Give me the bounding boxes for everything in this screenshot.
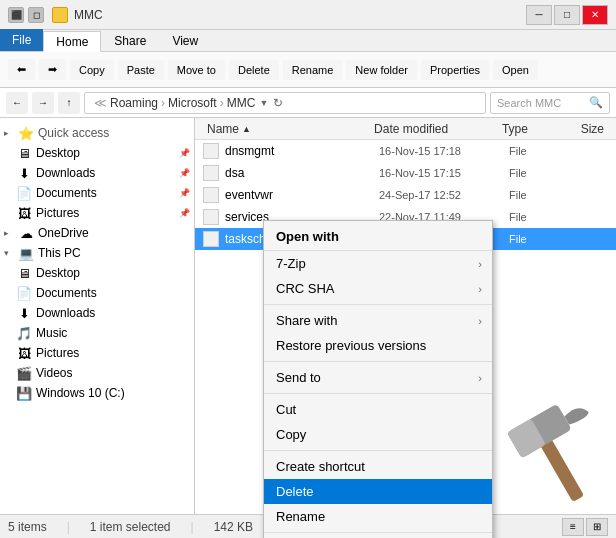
- view-tiles-button[interactable]: ⊞: [586, 518, 608, 536]
- ribbon-btn-properties[interactable]: Properties: [421, 60, 489, 80]
- refresh-button[interactable]: ↻: [268, 93, 288, 113]
- cm-item-createshortcut[interactable]: Create shortcut: [264, 454, 492, 479]
- cm-item-crcsha[interactable]: CRC SHA ›: [264, 276, 492, 301]
- status-sep-2: |: [191, 520, 194, 534]
- sidebar-item-thispc[interactable]: ▾ 💻 This PC: [0, 243, 194, 263]
- window-controls: ─ □ ✕: [526, 5, 608, 25]
- cm-label-copy: Copy: [276, 427, 480, 442]
- title-bar-icons: ⬛ ◻: [8, 7, 44, 23]
- cm-label-restore: Restore previous versions: [276, 338, 480, 353]
- cm-sep-2: [264, 361, 492, 362]
- cm-label-cut: Cut: [276, 402, 480, 417]
- up-button[interactable]: ↑: [58, 92, 80, 114]
- drive-icon: 💾: [16, 385, 32, 401]
- addr-sep-1: ›: [161, 96, 165, 110]
- status-selected: 1 item selected: [90, 520, 171, 534]
- downloads-pc-label: Downloads: [36, 306, 95, 320]
- ribbon-btn-newfolder[interactable]: New folder: [346, 60, 417, 80]
- table-row[interactable]: eventvwr 24-Sep-17 12:52 File: [195, 184, 616, 206]
- pictures-icon: 🖼: [16, 205, 32, 221]
- pictures-label: Pictures: [36, 206, 79, 220]
- sidebar-item-desktop-pc[interactable]: 🖥 Desktop: [0, 263, 194, 283]
- col-header-type[interactable]: Type: [498, 120, 577, 138]
- ribbon-btn-paste[interactable]: Paste: [118, 60, 164, 80]
- cm-item-sendto[interactable]: Send to ›: [264, 365, 492, 390]
- cm-item-7zip[interactable]: 7-Zip ›: [264, 251, 492, 276]
- cm-item-delete[interactable]: Delete: [264, 479, 492, 504]
- status-sep-1: |: [67, 520, 70, 534]
- cm-item-copy[interactable]: Copy: [264, 422, 492, 447]
- sidebar-item-documents-pc[interactable]: 📄 Documents: [0, 283, 194, 303]
- documents-pc-label: Documents: [36, 286, 97, 300]
- addr-sep-0: ≪: [94, 96, 107, 110]
- music-label: Music: [36, 326, 67, 340]
- downloads-pin-icon: 📌: [179, 168, 190, 178]
- sidebar-item-documents[interactable]: 📄 Documents 📌: [0, 183, 194, 203]
- minimize-button[interactable]: ─: [526, 5, 552, 25]
- ribbon-btn-1[interactable]: ⬅: [8, 59, 35, 80]
- address-path[interactable]: ≪ Roaming › Microsoft › MMC ▼ ↻: [84, 92, 486, 114]
- tab-file[interactable]: File: [0, 29, 43, 51]
- file-icon-eventvwr: [203, 187, 219, 203]
- tb-icon-2: ◻: [28, 7, 44, 23]
- sidebar-item-downloads-pc[interactable]: ⬇ Downloads: [0, 303, 194, 323]
- ribbon-btn-move[interactable]: Move to: [168, 60, 225, 80]
- cm-sep-5: [264, 532, 492, 533]
- sidebar-item-music[interactable]: 🎵 Music: [0, 323, 194, 343]
- cm-arrow-crcsha: ›: [478, 283, 482, 295]
- addr-roaming: Roaming: [110, 96, 158, 110]
- desktop-label: Desktop: [36, 146, 80, 160]
- onedrive-label: OneDrive: [38, 226, 89, 240]
- table-row[interactable]: dnsmgmt 16-Nov-15 17:18 File: [195, 140, 616, 162]
- file-date-dnsmgmt: 16-Nov-15 17:18: [379, 145, 509, 157]
- back-button[interactable]: ←: [6, 92, 28, 114]
- quick-access-label: Quick access: [38, 126, 109, 140]
- sidebar-item-c-drive[interactable]: 💾 Windows 10 (C:): [0, 383, 194, 403]
- cm-label-7zip: 7-Zip: [276, 256, 480, 271]
- view-buttons: ≡ ⊞: [562, 518, 608, 536]
- col-header-name[interactable]: Name ▲: [203, 120, 370, 138]
- cm-label-createshortcut: Create shortcut: [276, 459, 480, 474]
- tab-view[interactable]: View: [159, 30, 211, 51]
- cm-item-cut[interactable]: Cut: [264, 397, 492, 422]
- cm-label-sendto: Send to: [276, 370, 480, 385]
- col-header-size[interactable]: Size: [577, 120, 608, 138]
- search-placeholder: Search MMC: [497, 97, 561, 109]
- sidebar-item-pictures-pc[interactable]: 🖼 Pictures: [0, 343, 194, 363]
- view-details-button[interactable]: ≡: [562, 518, 584, 536]
- file-type-eventvwr: File: [509, 189, 589, 201]
- sidebar-item-pictures[interactable]: 🖼 Pictures 📌: [0, 203, 194, 223]
- search-box[interactable]: Search MMC 🔍: [490, 92, 610, 114]
- sidebar-item-downloads[interactable]: ⬇ Downloads 📌: [0, 163, 194, 183]
- file-icon-dsa: [203, 165, 219, 181]
- file-name-eventvwr: eventvwr: [225, 188, 379, 202]
- cm-item-restore[interactable]: Restore previous versions: [264, 333, 492, 358]
- sidebar-item-desktop[interactable]: 🖥 Desktop 📌: [0, 143, 194, 163]
- close-button[interactable]: ✕: [582, 5, 608, 25]
- file-name-dsa: dsa: [225, 166, 379, 180]
- left-panel: ▸ ⭐ Quick access 🖥 Desktop 📌 ⬇ Downloads…: [0, 118, 195, 514]
- cm-item-sharewith[interactable]: Share with ›: [264, 308, 492, 333]
- forward-button[interactable]: →: [32, 92, 54, 114]
- sidebar-item-quick-access[interactable]: ▸ ⭐ Quick access: [0, 122, 194, 143]
- status-item-count: 5 items: [8, 520, 47, 534]
- file-type-dnsmgmt: File: [509, 145, 589, 157]
- cm-item-rename[interactable]: Rename: [264, 504, 492, 529]
- ribbon-btn-open[interactable]: Open: [493, 60, 538, 80]
- col-size-label: Size: [581, 122, 604, 136]
- quick-access-icon: ⬛: [8, 7, 24, 23]
- sidebar-item-onedrive[interactable]: ▸ ☁ OneDrive: [0, 223, 194, 243]
- ribbon-btn-2[interactable]: ➡: [39, 59, 66, 80]
- downloads-label: Downloads: [36, 166, 95, 180]
- col-header-date[interactable]: Date modified: [370, 120, 498, 138]
- tab-home[interactable]: Home: [43, 31, 101, 52]
- sidebar-item-videos[interactable]: 🎬 Videos: [0, 363, 194, 383]
- tab-share[interactable]: Share: [101, 30, 159, 51]
- ribbon-btn-copy[interactable]: Copy: [70, 60, 114, 80]
- desktop-pc-label: Desktop: [36, 266, 80, 280]
- ribbon-btn-delete[interactable]: Delete: [229, 60, 279, 80]
- cm-label-rename: Rename: [276, 509, 480, 524]
- table-row[interactable]: dsa 16-Nov-15 17:15 File: [195, 162, 616, 184]
- maximize-button[interactable]: □: [554, 5, 580, 25]
- ribbon-btn-rename[interactable]: Rename: [283, 60, 343, 80]
